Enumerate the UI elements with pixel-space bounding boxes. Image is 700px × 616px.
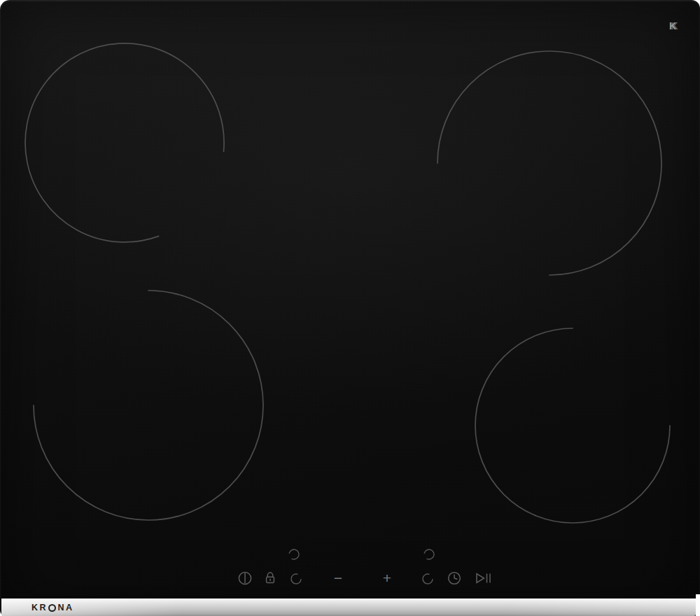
timer-button[interactable] [444,568,464,588]
logo-text-right: NA [58,603,74,612]
zone-circle-icon [290,573,302,585]
zone-select-front-right-button[interactable] [421,573,434,585]
logo-ring-o-icon [48,604,56,612]
krona-logo: KRNA [31,603,74,612]
increase-button[interactable]: + [377,569,397,589]
child-lock-button[interactable] [260,568,280,587]
burner-ring-front-right [475,328,670,523]
steel-trim: KRNA [1,598,696,616]
zone-circle-icon [288,548,300,561]
zone-select-front-left-button[interactable] [290,573,302,585]
burner-ring-back-left [25,43,224,242]
burner-ring-back-right [438,51,662,275]
background-corner [696,594,700,616]
zone-circle-icon [421,573,434,585]
zone-select-back-left-button[interactable] [288,548,300,561]
timer-clock-icon [446,570,463,587]
zone-select-back-right-button[interactable] [423,548,435,561]
cooktop-surface: K − + [0,0,700,616]
play-pause-icon [472,570,491,587]
burner-rings [0,0,700,616]
decrease-button[interactable]: − [328,569,348,589]
zone-circle-icon [423,548,435,561]
burner-ring-front-left [34,290,263,520]
logo-text-left: KR [31,603,48,612]
pause-button[interactable] [472,568,491,588]
lock-icon [262,569,279,586]
brand-k-mark: K [664,18,682,34]
power-icon [237,570,253,587]
power-button[interactable] [235,568,255,588]
